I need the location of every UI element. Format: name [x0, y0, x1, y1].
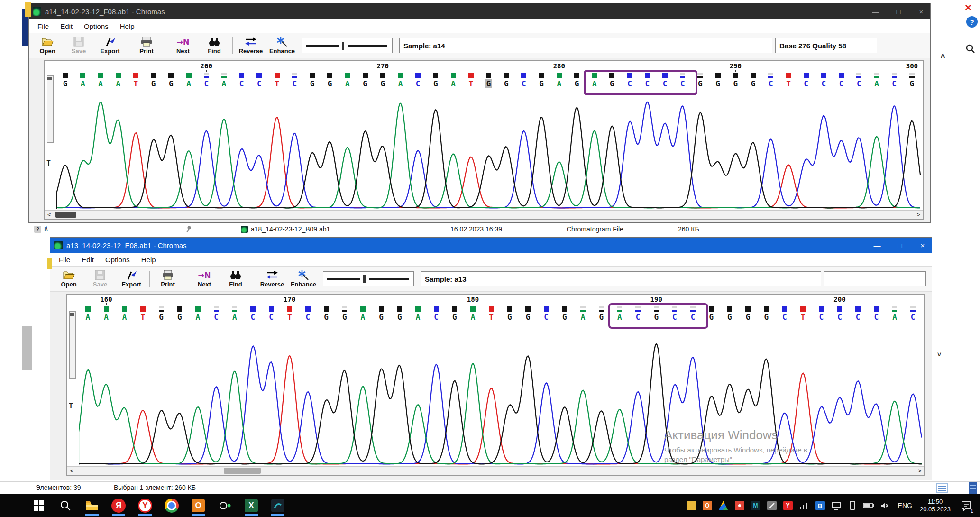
base-call-255[interactable]: A — [115, 79, 121, 88]
base-call-197[interactable]: C — [781, 313, 788, 322]
base-call-278[interactable]: C — [521, 79, 527, 88]
base-call-275[interactable]: T — [467, 79, 474, 88]
titlebar[interactable]: a13_14-02-23-12_E08.ab1 - Chromas — □ × — [50, 238, 932, 253]
search-taskbar-icon[interactable] — [55, 495, 76, 516]
base-call-163[interactable]: G — [158, 313, 165, 322]
reverse-button[interactable]: Reverse — [256, 268, 288, 290]
phone-tray-icon[interactable] — [847, 500, 858, 511]
base-call-204[interactable]: C — [910, 313, 916, 322]
open-button[interactable]: Open — [32, 35, 63, 56]
base-call-292[interactable]: C — [768, 79, 774, 88]
base-call-172[interactable]: G — [323, 313, 330, 322]
explorer-taskbar-icon[interactable] — [82, 495, 102, 516]
base-call-175[interactable]: G — [378, 313, 385, 322]
base-call-268[interactable]: A — [344, 79, 351, 88]
base-call-159[interactable]: A — [84, 313, 91, 322]
base-call-182[interactable]: G — [506, 313, 513, 322]
yandex-browser-taskbar-icon[interactable]: Y — [135, 495, 156, 516]
base-call-198[interactable]: T — [800, 313, 806, 322]
enhance-button[interactable]: Enhance — [266, 35, 298, 56]
help-icon[interactable]: ? — [966, 16, 978, 28]
screen-connect-taskbar-icon[interactable] — [267, 495, 288, 516]
base-call-180[interactable]: A — [469, 313, 476, 322]
start-taskbar-icon[interactable] — [28, 495, 49, 516]
base-call-289[interactable]: G — [714, 79, 721, 88]
base-call-179[interactable]: G — [451, 313, 458, 322]
chromatogram-panel[interactable]: T 260270280290300 GAAATGGACACCTCGGAGGACG… — [44, 60, 924, 220]
base-call-279[interactable]: G — [538, 79, 545, 88]
base-call-290[interactable]: G — [732, 79, 739, 88]
menu-options[interactable]: Options — [100, 256, 136, 264]
google-app-tray-icon[interactable]: O — [702, 500, 713, 511]
base-call-160[interactable]: A — [103, 313, 110, 322]
scroll-right-icon[interactable]: > — [918, 467, 922, 474]
bluetooth-tray-icon[interactable]: B — [815, 500, 826, 511]
base-call-272[interactable]: C — [415, 79, 421, 88]
base-call-295[interactable]: C — [820, 79, 827, 88]
menu-help[interactable]: Help — [136, 256, 162, 264]
base-call-253[interactable]: A — [80, 79, 86, 88]
open-button[interactable]: Open — [53, 268, 84, 290]
base-call-265[interactable]: C — [291, 79, 298, 88]
base-call-254[interactable]: A — [97, 79, 104, 88]
export-button[interactable]: Export — [116, 268, 147, 290]
slider-handle[interactable] — [342, 42, 344, 50]
reverse-button[interactable]: Reverse — [235, 35, 266, 56]
base-call-174[interactable]: A — [359, 313, 366, 322]
minimize-icon[interactable]: — — [870, 8, 881, 16]
base-call-166[interactable]: C — [213, 313, 220, 322]
print-button[interactable]: Print — [152, 268, 183, 290]
base-call-202[interactable]: C — [873, 313, 879, 322]
base-call-271[interactable]: A — [397, 79, 403, 88]
base-call-200[interactable]: C — [836, 313, 843, 322]
close-icon[interactable]: × — [917, 241, 928, 249]
recorder-tray-icon[interactable] — [734, 500, 745, 511]
base-call-273[interactable]: G — [432, 79, 439, 88]
base-call-260[interactable]: C — [203, 79, 210, 88]
base-call-201[interactable]: C — [855, 313, 861, 322]
base-call-167[interactable]: A — [231, 313, 238, 322]
drive-tray-icon[interactable] — [718, 500, 729, 511]
print-button[interactable]: Print — [131, 35, 162, 56]
menu-help[interactable]: Help — [114, 22, 140, 30]
volume-tray-icon[interactable] — [879, 500, 890, 511]
base-call-267[interactable]: G — [327, 79, 333, 88]
excel-taskbar-icon[interactable]: X — [241, 495, 262, 516]
base-call-161[interactable]: A — [121, 313, 128, 322]
base-call-293[interactable]: T — [785, 79, 792, 88]
scroll-right-icon[interactable]: > — [916, 211, 920, 218]
scroll-up-icon[interactable]: ˄ — [941, 52, 945, 61]
base-call-258[interactable]: G — [168, 79, 174, 88]
yandex-taskbar-icon[interactable]: Я — [108, 495, 129, 516]
menu-edit[interactable]: Edit — [55, 22, 78, 30]
titlebar[interactable]: a14_14-02-23-12_F08.ab1 - Chromas — □ × — [29, 3, 930, 19]
base-call-196[interactable]: G — [763, 313, 769, 322]
base-call-171[interactable]: C — [304, 313, 311, 322]
list-view-icon[interactable] — [936, 483, 948, 495]
base-call-294[interactable]: C — [803, 79, 809, 88]
base-call-252[interactable]: G — [62, 79, 69, 88]
save-button[interactable]: Save — [84, 268, 116, 290]
base-call-183[interactable]: G — [525, 313, 531, 322]
trace-area[interactable] — [56, 89, 921, 210]
vertical-scale-slider[interactable] — [47, 75, 54, 143]
scroll-left-icon[interactable]: < — [70, 467, 73, 474]
base-call-298[interactable]: A — [873, 79, 880, 88]
slider-handle[interactable] — [363, 275, 366, 283]
chromatogram-panel[interactable]: T 160170180190200 AAATGGACACCTCGGAGGACGA… — [66, 294, 925, 476]
base-call-162[interactable]: T — [139, 313, 146, 322]
zoom-slider[interactable] — [302, 38, 393, 53]
base-call-186[interactable]: A — [580, 313, 586, 322]
scrollbar-thumb[interactable] — [224, 468, 261, 474]
base-call-299[interactable]: C — [891, 79, 898, 88]
base-call-262[interactable]: C — [238, 79, 245, 88]
display-tray-icon[interactable] — [831, 500, 842, 511]
base-call-263[interactable]: C — [256, 79, 263, 88]
base-call-256[interactable]: T — [132, 79, 139, 88]
signal-tray-icon[interactable] — [798, 500, 810, 511]
magnifier-icon[interactable] — [965, 44, 976, 56]
close-icon[interactable]: × — [960, 1, 977, 14]
base-call-257[interactable]: G — [150, 79, 157, 88]
base-call-193[interactable]: G — [708, 313, 714, 322]
base-call-194[interactable]: G — [726, 313, 733, 322]
